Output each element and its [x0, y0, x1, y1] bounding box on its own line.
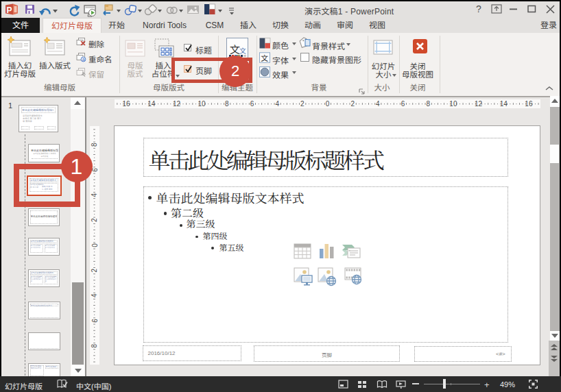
- svg-text:4: 4: [91, 193, 99, 197]
- svg-text:14: 14: [499, 100, 508, 108]
- svg-text:12: 12: [474, 100, 482, 108]
- svg-text:2: 2: [91, 268, 99, 272]
- svg-text:8: 8: [91, 343, 99, 347]
- svg-text:6: 6: [401, 100, 405, 108]
- svg-text:0: 0: [325, 100, 329, 108]
- svg-text:2: 2: [300, 100, 305, 108]
- svg-text:0: 0: [91, 243, 99, 247]
- svg-text:4: 4: [91, 293, 99, 297]
- svg-text:4: 4: [275, 100, 279, 108]
- svg-text:8: 8: [426, 100, 430, 108]
- svg-text:8: 8: [225, 100, 229, 108]
- svg-text:6: 6: [250, 100, 254, 108]
- svg-text:P: P: [7, 5, 12, 14]
- svg-text:a: a: [82, 57, 85, 62]
- svg-text:16: 16: [122, 100, 130, 108]
- svg-text:2: 2: [91, 218, 99, 222]
- svg-text:4: 4: [376, 100, 380, 108]
- svg-text:文: 文: [261, 52, 268, 63]
- svg-text:16: 16: [525, 100, 533, 108]
- svg-text:?: ?: [476, 3, 481, 14]
- svg-text:8: 8: [91, 143, 99, 147]
- svg-text:14: 14: [147, 100, 156, 108]
- svg-text:6: 6: [91, 319, 99, 323]
- svg-text:2: 2: [350, 100, 355, 108]
- svg-text:10: 10: [449, 100, 457, 108]
- svg-text:10: 10: [198, 100, 206, 108]
- svg-text:12: 12: [172, 100, 180, 108]
